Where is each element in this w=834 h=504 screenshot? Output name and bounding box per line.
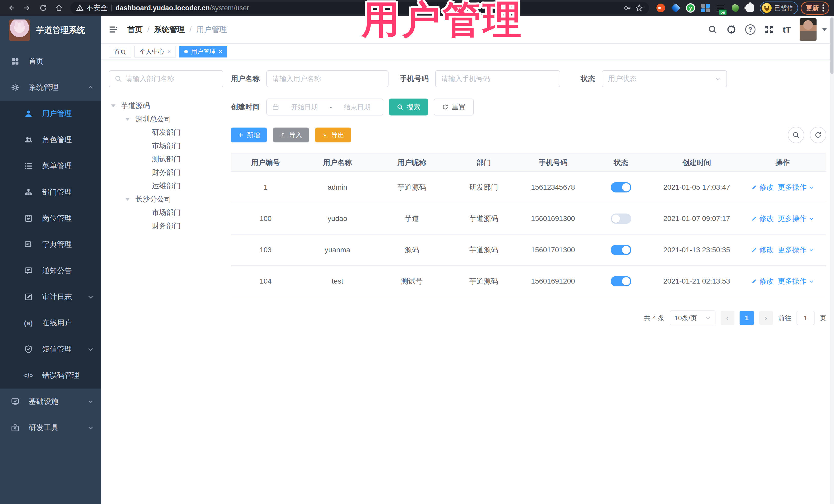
- sidebar-item-dict-mgmt[interactable]: 字典管理: [0, 232, 101, 258]
- list-icon: [23, 162, 35, 170]
- reset-button[interactable]: 重置: [434, 98, 474, 115]
- search-icon[interactable]: [708, 25, 718, 35]
- fullscreen-icon[interactable]: [764, 25, 774, 35]
- browser-update-button[interactable]: 更新: [800, 2, 829, 15]
- prev-page-button[interactable]: ‹: [721, 311, 734, 325]
- breadcrumb-current: 用户管理: [196, 24, 227, 35]
- scrollbar-thumb[interactable]: [830, 18, 833, 74]
- tree-node-dept[interactable]: 研发部门: [109, 126, 223, 139]
- sidebar-item-user-mgmt[interactable]: 用户管理: [0, 101, 101, 127]
- tree-node-dept[interactable]: 测试部门: [109, 152, 223, 166]
- username-label: 用户名称: [231, 74, 260, 84]
- sidebar-item-post-mgmt[interactable]: 岗位管理: [0, 205, 101, 232]
- help-icon[interactable]: ?: [745, 24, 755, 35]
- tree-expand-icon[interactable]: [125, 118, 130, 120]
- close-icon[interactable]: ×: [219, 48, 222, 55]
- sidebar-item-devtools[interactable]: 研发工具: [0, 415, 101, 441]
- address-bar[interactable]: 不安全 dashboard.yudao.iocoder.cn/system/us…: [70, 2, 649, 14]
- add-button[interactable]: 新增: [231, 128, 267, 143]
- mobile-label: 手机号码: [400, 74, 429, 84]
- avatar-caret-icon[interactable]: [822, 28, 827, 31]
- more-actions-link[interactable]: 更多操作: [778, 277, 814, 286]
- page-size-select[interactable]: 10条/页: [670, 310, 716, 325]
- github-icon[interactable]: [726, 24, 737, 35]
- font-size-icon[interactable]: tT: [783, 25, 791, 35]
- search-button[interactable]: 搜索: [389, 98, 428, 115]
- tab-user-mgmt[interactable]: 用户管理×: [179, 46, 227, 58]
- bookmark-star-icon[interactable]: [635, 4, 643, 12]
- browser-home-button[interactable]: [52, 1, 66, 15]
- sidebar-item-online-users[interactable]: (a) 在线用户: [0, 310, 101, 336]
- tree-node-dept[interactable]: 财务部门: [109, 166, 223, 179]
- extension-squares-icon[interactable]: [701, 3, 710, 13]
- cell-user-id: 103: [231, 246, 300, 254]
- browser-menu-icon[interactable]: [822, 4, 824, 12]
- username-input[interactable]: [266, 70, 389, 87]
- dept-search-box[interactable]: [109, 70, 223, 87]
- extension-key-icon[interactable]: [730, 3, 740, 13]
- sidebar-item-home[interactable]: 首页: [0, 48, 101, 74]
- edit-link[interactable]: 修改: [751, 245, 774, 255]
- security-warning[interactable]: 不安全: [76, 3, 108, 13]
- show-search-button[interactable]: [788, 127, 804, 143]
- import-button[interactable]: 导入: [273, 128, 309, 143]
- tree-node-root[interactable]: 芋道源码: [109, 99, 223, 112]
- more-actions-link[interactable]: 更多操作: [778, 245, 814, 255]
- browser-back-button[interactable]: [5, 1, 18, 15]
- extension-puzzle-icon[interactable]: [745, 3, 755, 13]
- breadcrumb-system[interactable]: 系统管理: [154, 24, 185, 35]
- tree-node-branch[interactable]: 长沙分公司: [109, 193, 223, 206]
- password-key-icon[interactable]: [623, 4, 632, 12]
- export-button[interactable]: 导出: [315, 128, 351, 143]
- browser-forward-button[interactable]: [21, 1, 34, 15]
- status-toggle[interactable]: [611, 276, 631, 286]
- more-actions-link[interactable]: 更多操作: [778, 182, 814, 192]
- sidebar-item-errcode-mgmt[interactable]: </> 错误码管理: [0, 363, 101, 389]
- sidebar-item-role-mgmt[interactable]: 角色管理: [0, 127, 101, 153]
- date-range-picker[interactable]: 开始日期 - 结束日期: [266, 98, 383, 115]
- sidebar-item-dept-mgmt[interactable]: 部门管理: [0, 179, 101, 205]
- breadcrumb-home[interactable]: 首页: [127, 24, 143, 35]
- refresh-table-button[interactable]: [810, 127, 826, 143]
- status-toggle[interactable]: [611, 214, 631, 224]
- user-avatar[interactable]: [799, 18, 816, 41]
- sidebar-item-sms-mgmt[interactable]: 短信管理: [0, 336, 101, 363]
- edit-link[interactable]: 修改: [751, 277, 774, 286]
- more-actions-link[interactable]: 更多操作: [778, 214, 814, 223]
- tree-node-dept[interactable]: 运维部门: [109, 179, 223, 193]
- tree-node-dept[interactable]: 市场部门: [109, 139, 223, 152]
- sidebar-item-system[interactable]: 系统管理: [0, 74, 101, 101]
- mobile-input[interactable]: [435, 70, 560, 87]
- tree-expand-icon[interactable]: [125, 198, 130, 201]
- status-toggle[interactable]: [611, 245, 631, 255]
- extension-gem-icon[interactable]: [671, 3, 680, 13]
- tab-home[interactable]: 首页: [109, 46, 131, 58]
- sidebar-toggle-icon[interactable]: [108, 24, 118, 35]
- col-header: 用户昵称: [375, 158, 449, 168]
- extension-ubuntu-icon[interactable]: [656, 3, 665, 13]
- app-logo[interactable]: 芋道管理系统: [0, 16, 101, 45]
- status-toggle[interactable]: [611, 182, 631, 193]
- close-icon[interactable]: ×: [167, 48, 171, 55]
- tree-node-dept[interactable]: 财务部门: [109, 219, 223, 233]
- edit-link[interactable]: 修改: [751, 182, 774, 192]
- status-select[interactable]: 用户状态: [602, 70, 727, 87]
- edit-link[interactable]: 修改: [751, 214, 774, 223]
- extension-switch-icon[interactable]: on: [716, 3, 725, 13]
- tree-node-dept[interactable]: 市场部门: [109, 206, 223, 219]
- sidebar-item-infrastructure[interactable]: 基础设施: [0, 389, 101, 415]
- next-page-button[interactable]: ›: [759, 311, 773, 325]
- browser-reload-button[interactable]: [37, 1, 50, 15]
- browser-profile-chip[interactable]: 已暂停: [760, 2, 798, 14]
- page-scrollbar[interactable]: [830, 16, 834, 504]
- tree-expand-icon[interactable]: [111, 105, 115, 107]
- sidebar-item-menu-mgmt[interactable]: 菜单管理: [0, 153, 101, 179]
- dept-search-input[interactable]: [126, 75, 218, 83]
- tab-profile[interactable]: 个人中心×: [134, 46, 176, 58]
- sidebar-item-audit-log[interactable]: 审计日志: [0, 284, 101, 310]
- goto-page-input[interactable]: [796, 311, 814, 325]
- sidebar-item-notice-mgmt[interactable]: 通知公告: [0, 258, 101, 284]
- page-1-button[interactable]: 1: [740, 311, 754, 325]
- tree-node-company[interactable]: 深圳总公司: [109, 112, 223, 126]
- extension-green-icon[interactable]: y: [686, 3, 695, 13]
